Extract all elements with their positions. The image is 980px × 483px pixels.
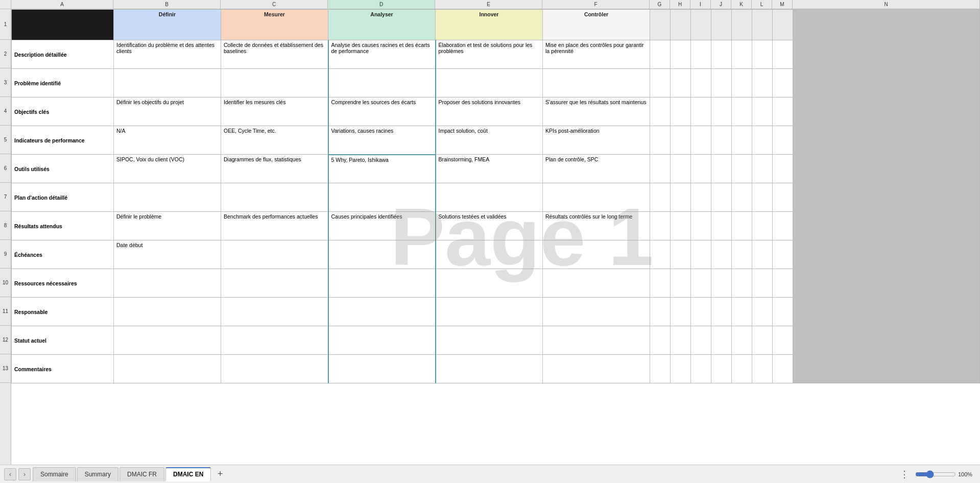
cell-a2[interactable]: Description détaillée [12, 40, 114, 69]
cell-a4[interactable]: Objectifs clés [12, 98, 114, 126]
cell-b6[interactable]: SIPOC, Voix du client (VOC) [114, 155, 221, 183]
cell-g4[interactable] [650, 98, 671, 126]
cell-e7[interactable] [436, 183, 543, 212]
cell-e13[interactable] [436, 355, 543, 383]
cell-j2[interactable] [711, 40, 732, 69]
cell-j13[interactable] [711, 355, 732, 383]
cell-h3[interactable] [671, 69, 691, 98]
cell-e10[interactable] [436, 269, 543, 298]
cell-m3[interactable] [773, 69, 793, 98]
cell-g3[interactable] [650, 69, 671, 98]
cell-f13[interactable] [543, 355, 650, 383]
cell-c4[interactable]: Identifier les mesures clés [221, 98, 328, 126]
cell-c2[interactable]: Collecte de données et établissement des… [221, 40, 328, 69]
cell-i4[interactable] [691, 98, 711, 126]
cell-h12[interactable] [671, 326, 691, 355]
cell-a10[interactable]: Ressources nécessaires [12, 269, 114, 298]
cell-l5[interactable] [752, 126, 773, 155]
cell-c7[interactable] [221, 183, 328, 212]
cell-f7[interactable] [543, 183, 650, 212]
cell-m11[interactable] [773, 298, 793, 326]
cell-b13[interactable] [114, 355, 221, 383]
cell-b8[interactable]: Définir le problème [114, 212, 221, 240]
cell-i12[interactable] [691, 326, 711, 355]
cell-a3[interactable]: Problème identifié [12, 69, 114, 98]
cell-b9[interactable]: Date début [114, 240, 221, 269]
cell-m10[interactable] [773, 269, 793, 298]
next-sheet-button[interactable]: › [18, 468, 31, 480]
cell-k12[interactable] [732, 326, 752, 355]
cell-e3[interactable] [436, 69, 543, 98]
cell-m12[interactable] [773, 326, 793, 355]
cell-d6[interactable]: 5 Why, Pareto, Ishikawa [328, 155, 436, 183]
cell-d9[interactable] [328, 240, 436, 269]
cell-m6[interactable] [773, 155, 793, 183]
cell-l4[interactable] [752, 98, 773, 126]
cell-l13[interactable] [752, 355, 773, 383]
cell-j8[interactable] [711, 212, 732, 240]
cell-j7[interactable] [711, 183, 732, 212]
cell-c10[interactable] [221, 269, 328, 298]
cell-m2[interactable] [773, 40, 793, 69]
cell-i11[interactable] [691, 298, 711, 326]
cell-l12[interactable] [752, 326, 773, 355]
cell-g8[interactable] [650, 212, 671, 240]
cell-k7[interactable] [732, 183, 752, 212]
cell-m9[interactable] [773, 240, 793, 269]
cell-m13[interactable] [773, 355, 793, 383]
cell-f3[interactable] [543, 69, 650, 98]
cell-j10[interactable] [711, 269, 732, 298]
cell-k10[interactable] [732, 269, 752, 298]
cell-g12[interactable] [650, 326, 671, 355]
cell-l9[interactable] [752, 240, 773, 269]
cell-k11[interactable] [732, 298, 752, 326]
prev-sheet-button[interactable]: ‹ [4, 468, 16, 480]
cell-m5[interactable] [773, 126, 793, 155]
cell-g11[interactable] [650, 298, 671, 326]
cell-i5[interactable] [691, 126, 711, 155]
cell-j11[interactable] [711, 298, 732, 326]
cell-e6[interactable]: Brainstorming, FMEA [436, 155, 543, 183]
cell-f6[interactable]: Plan de contrôle, SPC [543, 155, 650, 183]
cell-b2[interactable]: Identification du problème et des attent… [114, 40, 221, 69]
cell-g5[interactable] [650, 126, 671, 155]
cell-l8[interactable] [752, 212, 773, 240]
cell-c11[interactable] [221, 298, 328, 326]
cell-d7[interactable] [328, 183, 436, 212]
cell-d10[interactable] [328, 269, 436, 298]
cell-f2[interactable]: Mise en place des contrôles pour garanti… [543, 40, 650, 69]
cell-m8[interactable] [773, 212, 793, 240]
cell-l2[interactable] [752, 40, 773, 69]
cell-b4[interactable]: Définir les objectifs du projet [114, 98, 221, 126]
cell-j4[interactable] [711, 98, 732, 126]
cell-e4[interactable]: Proposer des solutions innovantes [436, 98, 543, 126]
cell-l6[interactable] [752, 155, 773, 183]
cell-d5[interactable]: Variations, causes racines [328, 126, 436, 155]
cell-h4[interactable] [671, 98, 691, 126]
cell-j5[interactable] [711, 126, 732, 155]
cell-f11[interactable] [543, 298, 650, 326]
cell-f10[interactable] [543, 269, 650, 298]
cell-d13[interactable] [328, 355, 436, 383]
cell-c13[interactable] [221, 355, 328, 383]
cell-f5[interactable]: KPIs post-amélioration [543, 126, 650, 155]
cell-e8[interactable]: Solutions testées et validées [436, 212, 543, 240]
cell-g9[interactable] [650, 240, 671, 269]
cell-a7[interactable]: Plan d'action détaillé [12, 183, 114, 212]
cell-f12[interactable] [543, 326, 650, 355]
cell-i3[interactable] [691, 69, 711, 98]
cell-h6[interactable] [671, 155, 691, 183]
cell-i9[interactable] [691, 240, 711, 269]
cell-b12[interactable] [114, 326, 221, 355]
cell-l3[interactable] [752, 69, 773, 98]
cell-c3[interactable] [221, 69, 328, 98]
cell-e2[interactable]: Élaboration et test de solutions pour le… [436, 40, 543, 69]
cell-a12[interactable]: Statut actuel [12, 326, 114, 355]
cell-d12[interactable] [328, 326, 436, 355]
cell-a9[interactable]: Échéances [12, 240, 114, 269]
cell-h8[interactable] [671, 212, 691, 240]
cell-g10[interactable] [650, 269, 671, 298]
tab-sommaire[interactable]: Sommaire [33, 467, 76, 481]
cell-j6[interactable] [711, 155, 732, 183]
cell-g2[interactable] [650, 40, 671, 69]
